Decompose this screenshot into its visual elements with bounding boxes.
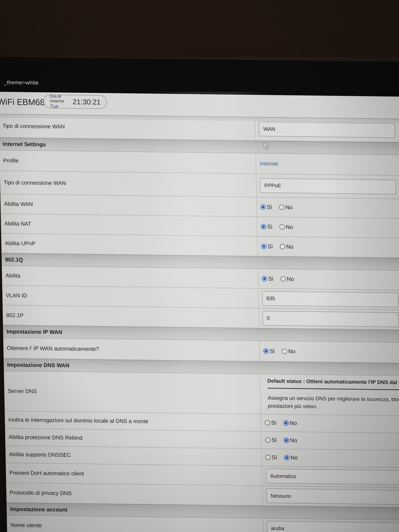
system-time-label: Ora di sistema	[50, 94, 66, 103]
row-dns-server: Server DNS Default status : Ottieni auto…	[4, 371, 399, 416]
field-label: 802.1P	[3, 305, 259, 328]
section-title: Internet Settings	[3, 141, 46, 148]
field-label: Previeni DoH automatico client	[6, 463, 262, 486]
system-time-day: Tue	[50, 103, 67, 109]
doh-prevent-select[interactable]: Automatico	[266, 469, 399, 485]
field-label: Abilita	[2, 266, 258, 288]
field-label: Abilita UPnP	[1, 234, 258, 256]
radio-yes-label: Sì	[272, 437, 277, 443]
radio-no-label: No	[288, 348, 296, 355]
field-label: Protocollo di privacy DNS	[6, 483, 263, 505]
username-input[interactable]	[267, 521, 399, 532]
dnssec-radio-group: Sì No	[265, 454, 298, 461]
vlan-id-input[interactable]	[262, 291, 399, 307]
enable-wan-radio-group: Sì No	[260, 204, 293, 210]
radio-no-label: No	[290, 437, 297, 444]
field-label: Ottenere l' IP WAN automaticamente?	[3, 338, 260, 361]
monitor-screen: _theme=white WiFi EBM68 Ora di sistema T…	[0, 57, 399, 532]
section-title: 802.1Q	[5, 256, 23, 263]
field-label: Abilita WAN	[0, 194, 257, 216]
dns-rebind-radio-group: Sì No	[265, 437, 297, 444]
wan-connection-type-selected-value: PPPoE	[264, 183, 281, 189]
wan-connection-type-select[interactable]: PPPoE	[260, 178, 396, 194]
settings-table: Tipo di connessione WAN WAN Internet Set…	[0, 114, 399, 532]
radio-no[interactable]	[279, 205, 284, 210]
field-label: Inoltra le interrogazioni sul dominio lo…	[5, 411, 261, 431]
device-name: WiFi EBM68	[0, 97, 45, 107]
field-label: Tipo di connessione WAN	[0, 114, 255, 140]
photo-of-monitor: _theme=white WiFi EBM68 Ora di sistema T…	[0, 0, 399, 532]
enable-nat-radio-group: Sì No	[261, 223, 293, 230]
radio-no-label: No	[290, 420, 297, 426]
radio-yes-label: Sì	[268, 243, 273, 250]
radio-no-selected[interactable]	[284, 455, 289, 460]
enable-upnp-radio-group: Sì No	[261, 243, 293, 250]
system-time-labels: Ora di sistema Tue	[50, 94, 67, 109]
field-label: Abilita protezione DNS Rebind	[5, 429, 261, 449]
doh-prevent-selected-value: Automatico	[270, 473, 296, 479]
router-admin-page: WiFi EBM68 Ora di sistema Tue 21:30:21 T…	[0, 92, 399, 532]
radio-no[interactable]	[282, 348, 287, 354]
radio-yes[interactable]	[265, 420, 270, 425]
radio-no[interactable]	[280, 276, 286, 282]
browser-dark-strip: _theme=white	[0, 57, 399, 97]
radio-no[interactable]	[280, 244, 285, 249]
field-label: Abilita NAT	[1, 214, 257, 236]
radio-no-selected[interactable]	[284, 437, 289, 443]
field-label: Tipo di connessione WAN	[0, 171, 256, 197]
8021p-input[interactable]	[263, 311, 399, 327]
field-label: VLAN ID	[2, 285, 259, 308]
radio-yes-selected[interactable]	[261, 244, 267, 249]
wan-interface-select[interactable]: WAN	[259, 121, 395, 138]
dns-default-status-label: Default status :	[267, 378, 305, 384]
radio-yes-label: Sì	[271, 420, 277, 426]
radio-yes-selected[interactable]	[260, 204, 266, 210]
system-time-value: 21:30:21	[73, 98, 101, 106]
radio-yes[interactable]	[265, 455, 271, 460]
field-label: Nome utente	[7, 515, 263, 532]
radio-no-label: No	[286, 224, 293, 230]
radio-no-selected[interactable]	[283, 420, 289, 426]
radio-no-label: No	[290, 455, 298, 461]
radio-yes-label: Sì	[267, 204, 272, 210]
radio-yes-label: Sì	[267, 224, 273, 230]
radio-no[interactable]	[279, 224, 285, 229]
radio-yes-label: Sì	[272, 454, 277, 461]
8021q-enable-radio-group: Sì No	[262, 275, 294, 282]
radio-no-label: No	[285, 204, 293, 210]
radio-no-label: No	[286, 243, 293, 250]
field-label: Abilita supporto DNSSEC	[5, 446, 262, 466]
profile-internet-link[interactable]: Internet	[260, 160, 278, 167]
dns-divider-rule	[267, 388, 399, 391]
radio-yes-label: Sì	[270, 348, 275, 354]
dns-server-info: Default status : Ottieni automaticamente…	[264, 374, 399, 416]
radio-yes-selected[interactable]	[262, 276, 267, 281]
section-title: Impostazione account	[10, 506, 68, 513]
field-label: Server DNS	[4, 371, 261, 414]
section-title: Impostazione IP WAN	[6, 328, 62, 335]
dns-description-line2: prestazioni più veloci.	[268, 402, 399, 412]
auto-wan-ip-radio-group: Sì No	[263, 348, 295, 355]
forward-local-queries-radio-group: Sì No	[265, 420, 297, 426]
mouse-cursor	[263, 142, 271, 150]
radio-yes-selected[interactable]	[263, 348, 269, 354]
radio-no-label: No	[287, 276, 294, 282]
wan-interface-selected-value: WAN	[263, 126, 275, 132]
url-theme-parameter: _theme=white	[4, 79, 38, 86]
dns-privacy-protocol-select[interactable]: Nessuno	[266, 488, 399, 505]
dns-default-status-text: Ottieni automaticamente l'IP DNS dal tuo…	[306, 378, 399, 386]
section-title: Impostazione DNS WAN	[7, 362, 70, 369]
dns-privacy-protocol-selected-value: Nessuno	[271, 493, 291, 499]
dns-default-status: Default status : Ottieni automaticamente…	[267, 378, 399, 386]
field-label: Profile	[0, 150, 256, 174]
radio-yes-label: Sì	[268, 276, 274, 282]
radio-yes-selected[interactable]	[261, 224, 266, 229]
system-time-box: Ora di sistema Tue 21:30:21	[43, 95, 107, 109]
radio-yes[interactable]	[265, 437, 271, 443]
